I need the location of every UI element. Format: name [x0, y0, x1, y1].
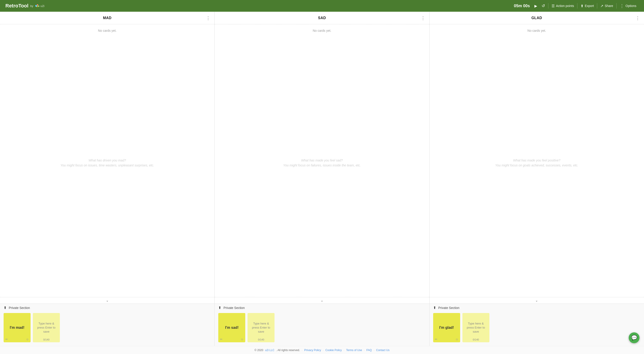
- sticky-mad-label: I'm mad!: [10, 326, 24, 330]
- column-sad: SAD No cards yet. What has made you feel…: [215, 12, 429, 346]
- action-points-label: Action points: [556, 4, 574, 8]
- by-label: by: [30, 4, 33, 8]
- u2i-logo: [34, 4, 40, 8]
- column-sad-collapse[interactable]: ⌄: [215, 297, 429, 303]
- action-points-icon: ☰: [552, 4, 555, 8]
- column-mad-placeholder-line1: What has driven you mad?: [88, 158, 126, 162]
- column-mad-menu-icon: [206, 16, 210, 21]
- column-mad-private-cards: I'm mad! ✏ ☺ Type here & press Enter to …: [0, 312, 214, 346]
- footer-sep-2: ·: [323, 348, 324, 352]
- sticky-mad-input-card[interactable]: Type here & press Enter to save 0/140: [33, 313, 60, 342]
- company-name: u2i: [40, 4, 44, 8]
- column-sad-placeholder-line1: What has made you feel sad?: [301, 158, 343, 162]
- svg-point-2: [38, 6, 39, 7]
- column-sad-menu-icon: [421, 16, 425, 21]
- sticky-glad-input-card[interactable]: Type here & press Enter to save 0/140: [462, 313, 490, 342]
- action-points-button[interactable]: ☰ Action points: [549, 3, 576, 10]
- column-sad-private-label: Private Section: [224, 306, 244, 310]
- share-button[interactable]: ↗ Share: [598, 3, 615, 10]
- sticky-sad-input-footer: 0/140: [248, 338, 274, 341]
- column-mad-private-section: ⬆ Private Section I'm mad! ✏ ☺ Type here…: [0, 303, 214, 346]
- sticky-sad-label-card[interactable]: I'm sad! ✏ ☺: [218, 313, 245, 342]
- column-sad-private-section: ⬆ Private Section I'm sad! ✏ ☺ Type here…: [215, 303, 429, 346]
- column-mad: MAD No cards yet. What has driven you ma…: [0, 12, 215, 346]
- reload-button[interactable]: [539, 2, 547, 10]
- sticky-mad-label-card[interactable]: I'm mad! ✏ ☺: [4, 313, 30, 342]
- export-label: Export: [585, 4, 594, 8]
- share-label: Share: [604, 4, 613, 8]
- column-mad-private-header: ⬆ Private Section: [0, 304, 214, 312]
- column-glad-menu-icon: [636, 16, 640, 21]
- column-glad-placeholder-line2: You might focus on goals achieved, succe…: [495, 163, 578, 167]
- options-button[interactable]: Options: [618, 2, 638, 10]
- footer-privacy-policy-link[interactable]: Privacy Policy: [304, 348, 321, 352]
- column-sad-placeholder: What has made you feel sad? You might fo…: [226, 158, 418, 168]
- pencil-icon-sad: ✏: [220, 337, 222, 341]
- export-button[interactable]: ⬆ Export: [578, 3, 596, 10]
- column-glad-private-cards: I'm glad! ✏ ☺ Type here & press Enter to…: [430, 312, 644, 346]
- sticky-mad-char-count: 0/140: [43, 338, 50, 341]
- upload-icon-sad: ⬆: [218, 305, 221, 310]
- column-mad-collapse[interactable]: ⌄: [0, 297, 214, 303]
- footer-faq-link[interactable]: FAQ: [366, 348, 372, 352]
- column-glad-private-label: Private Section: [438, 306, 460, 310]
- header-divider-4: [616, 3, 616, 9]
- chevron-down-icon-sad: ⌄: [321, 299, 323, 302]
- pencil-icon-glad: ✏: [435, 337, 438, 341]
- sticky-glad-input-footer: 0/140: [462, 338, 490, 341]
- sticky-glad-footer: ✏ ☺: [433, 337, 460, 341]
- footer: © 2020 u2i LLC . All rights reserved. · …: [0, 346, 644, 354]
- column-sad-private-cards: I'm sad! ✏ ☺ Type here & press Enter to …: [215, 312, 429, 346]
- upload-icon-mad: ⬆: [4, 305, 6, 310]
- app-header: RetroTool by u2i 05m 00s ☰ Action points…: [0, 0, 644, 12]
- sticky-glad-input-text: Type here & press Enter to save: [465, 321, 487, 334]
- play-button[interactable]: [532, 3, 539, 10]
- timer-display: 05m 00s: [514, 4, 530, 8]
- sticky-mad-input-text: Type here & press Enter to save: [35, 321, 58, 334]
- chevron-down-icon-glad: ⌄: [535, 299, 538, 302]
- footer-cookie-policy-link[interactable]: Cookie Policy: [326, 348, 342, 352]
- column-sad-title: SAD: [318, 16, 326, 20]
- column-sad-menu-button[interactable]: [420, 15, 426, 22]
- column-mad-menu-button[interactable]: [205, 15, 211, 22]
- footer-contact-link[interactable]: Contact Us: [376, 348, 390, 352]
- footer-terms-of-use-link[interactable]: Terms of Use: [346, 348, 362, 352]
- chat-button[interactable]: 💬: [629, 332, 640, 343]
- app-logo: RetroTool: [6, 3, 28, 9]
- column-mad-no-cards: No cards yet.: [4, 29, 211, 33]
- column-sad-placeholder-line2: You might focus on failures, issues insi…: [283, 163, 361, 167]
- sticky-glad-char-count: 0/140: [473, 338, 479, 341]
- footer-company-link[interactable]: u2i LLC: [265, 348, 274, 352]
- footer-copyright: © 2020: [254, 348, 263, 352]
- column-glad-private-section: ⬆ Private Section I'm glad! ✏ ☺ Type her…: [430, 303, 644, 346]
- sticky-glad-label: I'm glad!: [439, 326, 454, 330]
- chevron-down-icon-mad: ⌄: [106, 299, 109, 302]
- column-glad-placeholder-line1: What has made you feel positive?: [513, 158, 560, 162]
- options-label: Options: [626, 4, 636, 8]
- options-icon: [620, 3, 624, 9]
- export-icon: ⬆: [580, 4, 584, 8]
- footer-sep-3: ·: [344, 348, 344, 352]
- chat-icon: 💬: [631, 335, 637, 341]
- share-icon: ↗: [600, 4, 603, 8]
- column-sad-header: SAD: [215, 12, 429, 24]
- sticky-sad-char-count: 0/140: [258, 338, 264, 341]
- column-glad: GLAD No cards yet. What has made you fee…: [430, 12, 644, 346]
- sticky-glad-label-card[interactable]: I'm glad! ✏ ☺: [433, 313, 460, 342]
- column-glad-collapse[interactable]: ⌄: [430, 297, 644, 303]
- board: MAD No cards yet. What has driven you ma…: [0, 12, 644, 346]
- smiley-icon-mad: ☺: [26, 337, 29, 341]
- column-sad-body: No cards yet. What has made you feel sad…: [215, 24, 429, 297]
- sticky-sad-input-card[interactable]: Type here & press Enter to save 0/140: [248, 313, 274, 342]
- column-mad-placeholder: What has driven you mad? You might focus…: [11, 158, 204, 168]
- sticky-sad-input-text: Type here & press Enter to save: [250, 321, 272, 334]
- column-mad-header: MAD: [0, 12, 214, 24]
- column-glad-placeholder: What has made you feel positive? You mig…: [440, 158, 633, 168]
- column-glad-menu-button[interactable]: [634, 15, 641, 22]
- column-glad-no-cards: No cards yet.: [433, 29, 640, 33]
- column-mad-title: MAD: [103, 16, 112, 20]
- play-icon: [534, 4, 537, 8]
- svg-point-3: [36, 6, 38, 7]
- column-glad-title: GLAD: [532, 16, 542, 20]
- column-mad-body: No cards yet. What has driven you mad? Y…: [0, 24, 214, 297]
